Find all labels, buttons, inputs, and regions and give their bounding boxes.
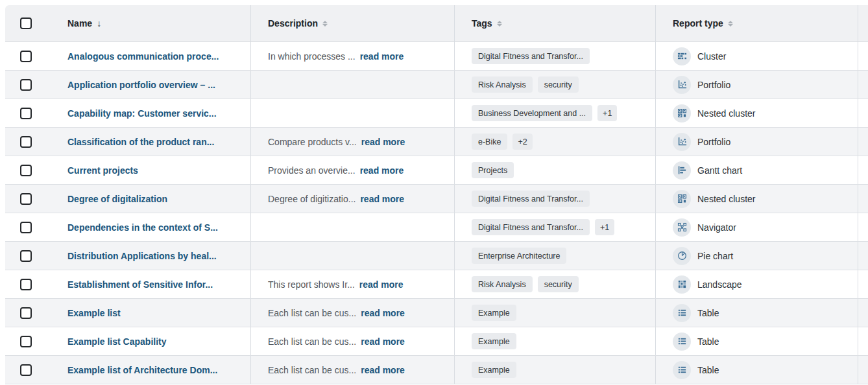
navigator-icon <box>673 218 691 237</box>
row-checkbox[interactable] <box>20 108 32 119</box>
report-type-label: Nested cluster <box>697 108 755 119</box>
report-name-link[interactable]: Establishment of Sensitive Infor... <box>67 279 213 290</box>
table-row: Dependencies in the context of S... Digi… <box>5 213 868 242</box>
report-name-link[interactable]: Dependencies in the context of S... <box>67 222 218 233</box>
tags-cell: Digital Fitness and Transfor... <box>454 42 655 70</box>
report-type-label: Cluster <box>697 51 726 62</box>
row-checkbox[interactable] <box>20 51 32 62</box>
row-checkbox[interactable] <box>20 364 32 376</box>
tags-cell: Risk Analysissecurity <box>454 270 655 298</box>
tag-overflow-chip[interactable]: +2 <box>512 134 532 150</box>
row-checkbox-cell <box>5 42 56 70</box>
tags-cell: Risk Analysissecurity <box>454 71 655 99</box>
row-checkbox[interactable] <box>20 222 32 233</box>
description-cell: Each list can be cus... read more <box>250 299 454 327</box>
sort-toggle-icon <box>322 21 328 27</box>
row-checkbox[interactable] <box>20 79 32 91</box>
report-type-label: Navigator <box>697 222 736 233</box>
tag-chip[interactable]: e-Bike <box>472 134 507 150</box>
row-checkbox[interactable] <box>20 193 32 205</box>
tag-chip[interactable]: Enterprise Architecture <box>472 248 566 264</box>
row-checkbox[interactable] <box>20 136 32 148</box>
description-cell: Compare products v... read more <box>250 128 454 156</box>
read-more-link[interactable]: read more <box>361 365 405 375</box>
description-cell <box>250 99 454 127</box>
name-cell: Current projects <box>56 156 250 184</box>
report-name-link[interactable]: Application portfolio overview – ... <box>67 80 215 90</box>
table-header-row: Name ↓ Description Tags Report type <box>5 5 868 42</box>
description-cell: Each list can be cus... read more <box>250 356 454 384</box>
read-more-link[interactable]: read more <box>360 51 404 62</box>
row-checkbox[interactable] <box>20 250 32 262</box>
row-extra-cell <box>858 213 868 241</box>
read-more-link[interactable]: read more <box>360 194 404 204</box>
report-name-link[interactable]: Degree of digitalization <box>67 194 167 204</box>
select-all-checkbox[interactable] <box>20 18 32 29</box>
report-name-link[interactable]: Example list <box>67 308 121 318</box>
report-name-link[interactable]: Classification of the product ran... <box>67 137 214 147</box>
table-row: Example list of Architecture Dom... Each… <box>5 356 868 384</box>
tag-chip[interactable]: Digital Fitness and Transfor... <box>472 191 590 207</box>
report-type-cell: Landscape <box>655 270 858 298</box>
row-checkbox-cell <box>5 99 56 127</box>
tag-chip[interactable]: security <box>538 276 579 292</box>
tag-chip[interactable]: Example <box>472 362 516 378</box>
column-label-name: Name <box>67 18 92 29</box>
report-type-label: Nested cluster <box>697 194 755 204</box>
tag-chip[interactable]: Example <box>472 333 516 349</box>
report-name-link[interactable]: Example list Capability <box>67 336 167 347</box>
tags-cell: e-Bike+2 <box>454 128 655 156</box>
table-row: Analogous communication proce... In whic… <box>5 42 868 71</box>
tag-chip[interactable]: Risk Analysis <box>472 276 533 292</box>
sort-descending-icon: ↓ <box>97 18 101 29</box>
report-name-link[interactable]: Analogous communication proce... <box>67 51 219 62</box>
read-more-link[interactable]: read more <box>361 137 405 147</box>
tag-chip[interactable]: security <box>538 76 579 93</box>
tags-cell: Enterprise Architecture <box>454 242 655 270</box>
row-checkbox-cell <box>5 356 56 384</box>
tag-overflow-chip[interactable]: +1 <box>597 105 617 121</box>
reports-table: Name ↓ Description Tags Report type <box>5 5 868 384</box>
table-body: Analogous communication proce... In whic… <box>5 42 868 384</box>
row-extra-cell <box>858 71 868 99</box>
tag-overflow-chip[interactable]: +1 <box>595 219 614 235</box>
name-cell: Capability map: Customer servic... <box>56 99 250 127</box>
name-cell: Analogous communication proce... <box>56 42 250 70</box>
report-name-link[interactable]: Current projects <box>67 165 138 176</box>
report-type-cell: Table <box>655 327 858 355</box>
row-extra-cell <box>858 128 868 156</box>
sort-by-tags-control[interactable]: Tags <box>472 18 502 29</box>
report-name-link[interactable]: Capability map: Customer servic... <box>67 108 217 119</box>
tag-chip[interactable]: Digital Fitness and Transfor... <box>472 219 590 235</box>
gantt-chart-icon <box>673 161 691 180</box>
read-more-link[interactable]: read more <box>359 279 404 290</box>
read-more-link[interactable]: read more <box>361 336 405 347</box>
landscape-icon <box>673 275 691 294</box>
row-checkbox[interactable] <box>20 336 32 347</box>
report-name-link[interactable]: Example list of Architecture Dom... <box>67 365 217 375</box>
description-cell: Each list can be cus... read more <box>250 327 454 355</box>
tag-chip[interactable]: Projects <box>472 162 514 178</box>
description-cell: In which processes ... read more <box>250 42 454 70</box>
row-checkbox[interactable] <box>20 279 32 290</box>
tag-chip[interactable]: Business Development and ... <box>472 105 592 121</box>
tag-chip[interactable]: Risk Analysis <box>472 76 533 93</box>
column-header-report-type: Report type <box>655 5 858 41</box>
table-row: Capability map: Customer servic... Busin… <box>5 99 868 128</box>
row-checkbox[interactable] <box>20 165 32 176</box>
row-extra-cell <box>858 270 868 298</box>
sort-by-description-control[interactable]: Description <box>268 18 328 29</box>
description-cell <box>250 213 454 241</box>
sort-by-report-type-control[interactable]: Report type <box>673 18 733 29</box>
tag-chip[interactable]: Example <box>472 305 516 321</box>
read-more-link[interactable]: read more <box>360 165 404 176</box>
tags-cell: Business Development and ...+1 <box>454 99 655 127</box>
table-row: Establishment of Sensitive Infor... This… <box>5 270 868 299</box>
report-name-link[interactable]: Distribution Applications by heal... <box>67 251 217 261</box>
row-checkbox[interactable] <box>20 307 32 319</box>
report-type-cell: Pie chart <box>655 242 858 270</box>
header-checkbox-cell <box>5 5 56 41</box>
sort-by-name-control[interactable]: Name ↓ <box>67 18 101 29</box>
read-more-link[interactable]: read more <box>361 308 405 318</box>
tag-chip[interactable]: Digital Fitness and Transfor... <box>472 48 590 64</box>
